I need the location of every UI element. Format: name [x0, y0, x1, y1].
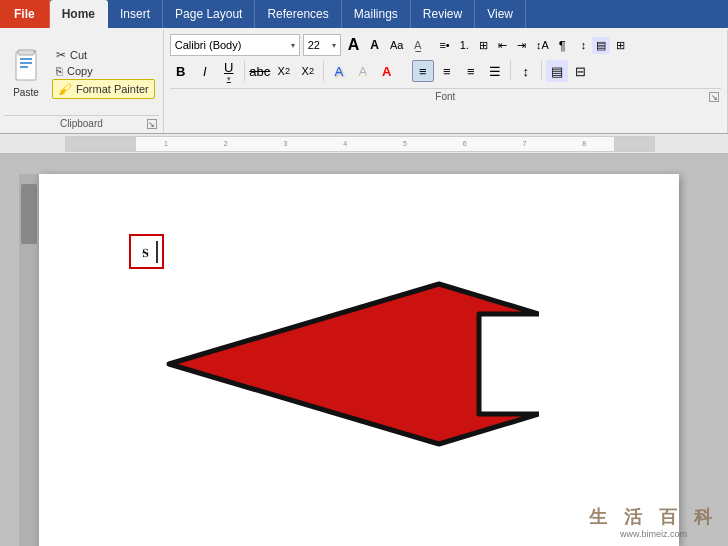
- svg-marker-6: [169, 284, 539, 444]
- document-area: ᵴ 生 活 百 科 www.bimeiz.com: [0, 154, 728, 546]
- align-left-button[interactable]: ≡: [412, 60, 434, 82]
- doc-wrapper: ᵴ: [19, 174, 709, 546]
- show-para-button[interactable]: ¶: [555, 36, 570, 55]
- highlight-icon: A: [358, 64, 367, 79]
- font-color-icon: A: [382, 64, 391, 79]
- svg-rect-4: [20, 62, 32, 64]
- separator-3: [510, 60, 511, 80]
- alignment-group: ≡ ≡ ≡ ☰ ↕ ▤ ⊟: [412, 60, 592, 82]
- tab-home[interactable]: Home: [50, 0, 108, 28]
- ruler: 12345678: [0, 134, 728, 154]
- tab-insert[interactable]: Insert: [108, 0, 163, 28]
- underline-label: U: [224, 60, 233, 75]
- subscript-button[interactable]: X2: [273, 60, 295, 82]
- copy-button[interactable]: ⎘ Copy: [52, 64, 155, 78]
- font-shrink-button[interactable]: A: [366, 36, 383, 54]
- font-color-btn[interactable]: A: [376, 60, 398, 82]
- ribbon: Paste ✂ Cut ⎘ Copy 🖌 Format Painter: [0, 28, 728, 134]
- sort-button[interactable]: ↕A: [532, 36, 553, 55]
- copy-icon: ⎘: [56, 65, 63, 77]
- watermark-text: 生 活 百 科: [589, 505, 718, 529]
- borders-button[interactable]: ⊞: [612, 37, 629, 54]
- line-spacing-button[interactable]: ↕: [577, 37, 591, 54]
- tab-references[interactable]: References: [255, 0, 341, 28]
- scissors-icon: ✂: [56, 48, 66, 62]
- decrease-indent-button[interactable]: ⇤: [494, 36, 511, 55]
- line-spacing2-button[interactable]: ↕: [515, 60, 537, 82]
- scroll-indicator: [21, 184, 37, 244]
- watermark: 生 活 百 科 www.bimeiz.com: [589, 505, 718, 539]
- numbering-button[interactable]: 1.: [456, 36, 473, 55]
- svg-rect-5: [20, 66, 28, 68]
- ruler-indent-right: [614, 137, 654, 151]
- justify-button[interactable]: ☰: [484, 60, 506, 82]
- ruler-indent-left: [66, 137, 136, 151]
- separator-2: [323, 61, 324, 81]
- underline-arrow: ▾: [227, 75, 231, 83]
- paste-icon: [10, 47, 42, 85]
- tab-view[interactable]: View: [475, 0, 526, 28]
- font-section: Calibri (Body) ▾ 22 ▾ A A Aa A̲ ≡• 1. ⊞ …: [164, 30, 728, 133]
- font-label: Font ↘: [170, 88, 721, 104]
- change-case-button[interactable]: Aa: [386, 37, 407, 53]
- font-size-value: 22: [308, 39, 332, 51]
- italic-button[interactable]: I: [194, 60, 216, 82]
- cut-label: Cut: [70, 49, 87, 61]
- watermark-url: www.bimeiz.com: [620, 529, 687, 539]
- svg-rect-2: [18, 50, 34, 55]
- paste-button[interactable]: Paste: [4, 45, 48, 100]
- format-painter-button[interactable]: 🖌 Format Painter: [52, 79, 155, 99]
- font-expand-button[interactable]: ↘: [709, 92, 719, 102]
- align-center-button[interactable]: ≡: [436, 60, 458, 82]
- cursor-char: ᵴ: [142, 241, 149, 262]
- ruler-ticks: 12345678: [136, 140, 614, 147]
- paintbrush-icon: 🖌: [58, 81, 72, 97]
- separator-4: [541, 60, 542, 80]
- format-painter-label: Format Painter: [76, 83, 149, 95]
- font-size-arrow: ▾: [332, 41, 336, 50]
- cut-button[interactable]: ✂ Cut: [52, 47, 155, 63]
- clipboard-label: Clipboard ↘: [4, 115, 159, 131]
- clipboard-expand-button[interactable]: ↘: [147, 119, 157, 129]
- shading-button[interactable]: ▤: [592, 37, 610, 54]
- ribbon-tab-bar: File Home Insert Page Layout References …: [0, 0, 728, 28]
- list-buttons-group: ≡• 1. ⊞ ⇤ ⇥ ↕A ¶: [435, 36, 569, 55]
- font-size-dropdown[interactable]: 22 ▾: [303, 34, 341, 56]
- separator-1: [244, 61, 245, 81]
- font-name-value: Calibri (Body): [175, 39, 291, 51]
- svg-rect-3: [20, 58, 32, 60]
- strikethrough-button[interactable]: abc: [249, 60, 271, 82]
- multilevel-list-button[interactable]: ⊞: [475, 36, 492, 55]
- font-name-arrow: ▾: [291, 41, 295, 50]
- copy-label: Copy: [67, 65, 93, 77]
- align-right-button[interactable]: ≡: [460, 60, 482, 82]
- borders2-button[interactable]: ⊟: [570, 60, 592, 82]
- clipboard-sub: ✂ Cut ⎘ Copy 🖌 Format Painter: [48, 45, 159, 101]
- shading2-button[interactable]: ▤: [546, 60, 568, 82]
- red-arrow: [159, 224, 539, 508]
- tab-page-layout[interactable]: Page Layout: [163, 0, 255, 28]
- bullets-button[interactable]: ≡•: [435, 36, 453, 55]
- font-name-dropdown[interactable]: Calibri (Body) ▾: [170, 34, 300, 56]
- left-margin: [19, 174, 39, 546]
- tab-file[interactable]: File: [0, 0, 50, 28]
- tab-review[interactable]: Review: [411, 0, 475, 28]
- underline-button[interactable]: U ▾: [218, 60, 240, 82]
- bold-button[interactable]: B: [170, 60, 192, 82]
- tab-mailings[interactable]: Mailings: [342, 0, 411, 28]
- document: ᵴ: [39, 174, 679, 546]
- highlight-btn[interactable]: A: [352, 60, 374, 82]
- font-grow-button[interactable]: A: [344, 34, 364, 56]
- text-effects-button[interactable]: A̲: [410, 37, 426, 54]
- paste-label: Paste: [13, 87, 39, 98]
- superscript-button[interactable]: X2: [297, 60, 319, 82]
- text-effect-btn[interactable]: A: [328, 60, 350, 82]
- text-cursor-line: [156, 241, 158, 263]
- increase-indent-button[interactable]: ⇥: [513, 36, 530, 55]
- ruler-bar: 12345678: [65, 136, 655, 152]
- extra-buttons-group: ↕ ▤ ⊞: [577, 37, 630, 54]
- clipboard-section: Paste ✂ Cut ⎘ Copy 🖌 Format Painter: [0, 30, 164, 133]
